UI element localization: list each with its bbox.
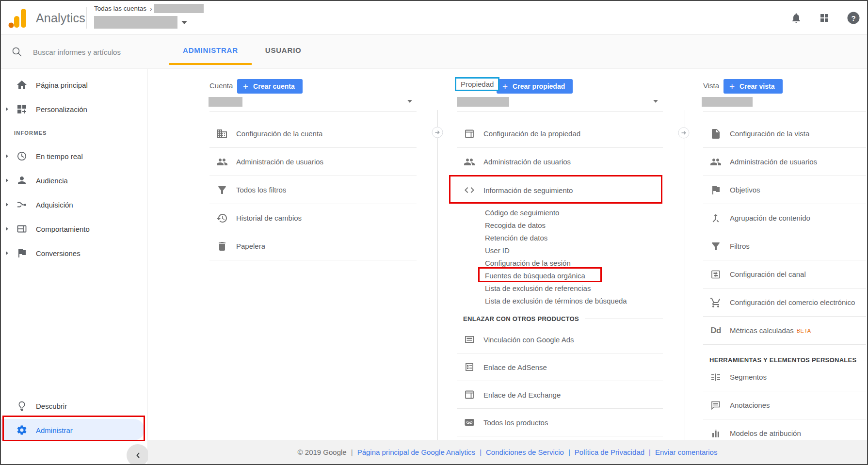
tracking-subitem-fuentes-busqueda-organica[interactable]: Fuentes de búsqueda orgánica xyxy=(485,270,663,282)
view-settings-list: Configuración de la vista Administración… xyxy=(703,120,866,345)
property-item-configuracion-propiedad[interactable]: Configuración de la propiedad xyxy=(457,120,663,148)
create-account-button[interactable]: + Crear cuenta xyxy=(237,79,303,94)
tracking-subitem-user-id[interactable]: User ID xyxy=(485,244,663,257)
move-right-arrow-button[interactable] xyxy=(432,127,443,138)
tab-usuario[interactable]: USUARIO xyxy=(252,35,315,65)
property-item-adsense[interactable]: Enlace de AdSense xyxy=(457,353,663,381)
sidebar-item-conversiones[interactable]: Conversiones xyxy=(1,241,147,265)
view-item-administracion-usuarios[interactable]: Administración de usuarios xyxy=(703,148,866,176)
tracking-subitem-exclusion-terminos[interactable]: Lista de exclusión de términos de búsque… xyxy=(485,295,663,307)
create-view-button[interactable]: + Crear vista xyxy=(723,79,783,94)
settings-gear-icon xyxy=(16,424,28,436)
footer-link-terms[interactable]: Condiciones de Servicio xyxy=(486,448,564,456)
tracking-subitem-recogida[interactable]: Recogida de datos xyxy=(485,219,663,232)
expand-caret-icon[interactable] xyxy=(6,154,11,158)
view-column-label: Vista xyxy=(703,81,719,90)
sidebar-item-administrar[interactable]: Administrar xyxy=(1,418,147,442)
sidebar-item-home[interactable]: Página principal xyxy=(1,73,147,97)
property-selector-caret-icon[interactable] xyxy=(653,100,658,103)
tracking-subitems-list: Código de seguimiento Recogida de datos … xyxy=(457,207,663,307)
apps-grid-icon[interactable] xyxy=(819,12,830,24)
search-input[interactable] xyxy=(33,35,142,69)
realtime-clock-icon xyxy=(16,150,28,162)
view-item-objetivos[interactable]: Objetivos xyxy=(703,176,866,204)
view-item-agrupacion-contenido[interactable]: Agrupación de contenido xyxy=(703,204,866,232)
calculated-metrics-dd-icon: Dd xyxy=(709,326,722,336)
view-item-configuracion-vista[interactable]: Configuración de la vista xyxy=(703,120,866,148)
help-icon[interactable]: ? xyxy=(847,11,860,25)
redacted-account-selector[interactable] xyxy=(209,97,242,107)
account-breadcrumb[interactable]: Todas las cuentas › xyxy=(94,3,204,29)
link-box-icon xyxy=(463,417,476,428)
account-item-todos-los-filtros[interactable]: Todos los filtros xyxy=(209,176,417,204)
view-item-modelos-atribucion[interactable]: Modelos de atribución xyxy=(703,419,866,440)
beta-badge: BETA xyxy=(797,328,811,334)
view-item-comercio-electronico[interactable]: Configuración del comercio electrónico xyxy=(703,289,866,317)
property-item-ad-exchange[interactable]: Enlace de Ad Exchange xyxy=(457,381,663,409)
sidebar-item-en-tiempo-real[interactable]: En tiempo real xyxy=(1,144,147,168)
discover-bulb-icon xyxy=(16,400,28,412)
sidebar-item-personalizacion[interactable]: Personalización xyxy=(1,97,147,121)
search-bar[interactable] xyxy=(1,35,148,69)
tracking-subitem-sesion[interactable]: Configuración de la sesión xyxy=(485,257,663,270)
topbar-actions: ? xyxy=(790,1,860,35)
view-item-filtros[interactable]: Filtros xyxy=(703,232,866,260)
create-property-button[interactable]: + Crear propiedad xyxy=(497,79,573,94)
sidebar-item-comportamiento[interactable]: Comportamiento xyxy=(1,217,147,241)
tracking-subitem-codigo[interactable]: Código de seguimiento xyxy=(485,207,663,219)
expand-caret-icon[interactable] xyxy=(6,107,11,111)
view-item-anotaciones[interactable]: Anotaciones xyxy=(703,391,866,419)
property-item-todos-los-productos[interactable]: Todos los productos xyxy=(457,409,663,436)
account-column-label: Cuenta xyxy=(209,81,233,90)
sidebar-item-adquisicion[interactable]: Adquisición xyxy=(1,192,147,217)
history-icon xyxy=(216,212,228,224)
google-ads-card-icon xyxy=(463,334,476,345)
merge-icon xyxy=(709,212,722,224)
view-item-configuracion-canal[interactable]: Configuración del canal xyxy=(703,260,866,289)
expand-caret-icon[interactable] xyxy=(6,251,11,255)
expand-caret-icon[interactable] xyxy=(6,203,11,207)
footer-link-feedback[interactable]: Enviar comentarios xyxy=(655,448,717,456)
property-item-informacion-seguimiento[interactable]: Información de seguimiento xyxy=(457,176,663,204)
people-icon xyxy=(216,156,228,168)
funnel-icon xyxy=(709,241,722,252)
people-icon xyxy=(709,156,722,168)
search-icon xyxy=(11,46,23,58)
home-icon xyxy=(16,79,28,91)
annotation-bubble-icon xyxy=(709,400,722,411)
account-item-historial-cambios[interactable]: Historial de cambios xyxy=(209,204,417,232)
account-item-papelera[interactable]: Papelera xyxy=(209,232,417,260)
redacted-property-selector[interactable] xyxy=(457,97,509,107)
account-selector-caret-icon[interactable] xyxy=(407,100,412,103)
collapse-sidebar-button[interactable] xyxy=(127,444,149,465)
analytics-logo[interactable]: Analytics xyxy=(8,6,85,30)
account-item-configuracion-cuenta[interactable]: Configuración de la cuenta xyxy=(209,120,417,148)
notifications-bell-icon[interactable] xyxy=(790,12,802,24)
redacted-view-selector[interactable] xyxy=(702,97,753,107)
tracking-subitem-exclusion-referencias[interactable]: Lista de exclusión de referencias xyxy=(485,282,663,295)
subheader-band: ADMINISTRAR USUARIO xyxy=(1,35,867,69)
expand-caret-icon[interactable] xyxy=(6,178,11,182)
property-item-administracion-usuarios[interactable]: Administración de usuarios xyxy=(457,148,663,176)
sidebar-item-audiencia[interactable]: Audiencia xyxy=(1,168,147,192)
plus-icon: + xyxy=(502,82,508,91)
sidebar-item-descubrir[interactable]: Descubrir xyxy=(1,394,147,418)
footer-link-home[interactable]: Página principal de Google Analytics xyxy=(357,448,476,456)
copyright-text: © 2019 Google xyxy=(298,448,347,456)
sidebar: Página principal Personalización INFORME… xyxy=(1,69,148,464)
chevron-left-icon xyxy=(132,449,144,461)
tab-administrar[interactable]: ADMINISTRAR xyxy=(169,35,252,65)
tracking-subitem-retencion[interactable]: Retención de datos xyxy=(485,232,663,244)
view-item-segmentos[interactable]: Segmentos xyxy=(703,363,866,391)
breadcrumb-chevron: › xyxy=(150,5,152,13)
footer-link-privacy[interactable]: Política de Privacidad xyxy=(575,448,644,456)
expand-caret-icon[interactable] xyxy=(6,227,11,231)
reports-section-label: INFORMES xyxy=(14,130,47,136)
audience-person-icon xyxy=(16,175,28,186)
property-item-google-ads[interactable]: Vinculación con Google Ads xyxy=(457,326,663,353)
view-item-metricas-calculadas[interactable]: Dd Métricas calculadas BETA xyxy=(703,317,866,345)
account-item-administracion-usuarios[interactable]: Administración de usuarios xyxy=(209,148,417,176)
account-switcher-caret-icon[interactable] xyxy=(181,21,187,24)
behavior-icon xyxy=(16,223,28,235)
move-right-arrow-button[interactable] xyxy=(678,127,690,139)
